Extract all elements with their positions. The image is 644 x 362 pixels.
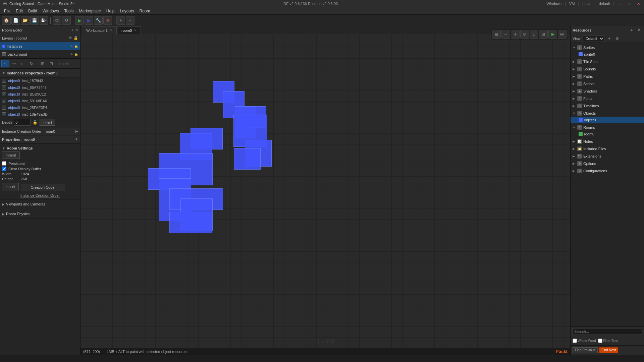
menu-help[interactable]: Help [104, 8, 117, 14]
table-row[interactable]: object0 inst_65A73448 [0, 84, 80, 91]
whole-word-checkbox[interactable] [573, 339, 577, 343]
tree-extensions-header[interactable]: ▶ 🔌 Extensions [571, 153, 644, 160]
tab-workspace[interactable]: Workspace 1 ✕ [82, 26, 117, 34]
new-btn[interactable]: 📄 [11, 16, 20, 25]
clean-btn[interactable]: 🔧 [94, 16, 103, 25]
search-input[interactable] [573, 328, 642, 335]
tab-room0-close[interactable]: ✕ [134, 28, 137, 32]
resources-add-icon[interactable]: + [629, 27, 635, 33]
inst-checkbox-4[interactable] [2, 106, 6, 110]
step-canvas-btn[interactable]: ⏭ [558, 30, 567, 39]
table-row[interactable]: object0 inst_BBB9C12 [0, 91, 80, 98]
view-select[interactable]: Default [583, 35, 604, 42]
inst-checkbox-2[interactable] [2, 92, 6, 96]
menu-tools[interactable]: Tools [61, 8, 76, 14]
filter-tree-option[interactable]: Filter Tree [598, 339, 618, 343]
inst-checkbox-0[interactable] [2, 79, 6, 83]
fit-canvas-btn[interactable]: ⊡ [530, 30, 538, 39]
tab-workspace-close[interactable]: ✕ [110, 28, 112, 32]
tree-included-files-header[interactable]: ▶ 📁 Included Files [571, 145, 644, 152]
tree-shaders-header[interactable]: ▶ ◈ Shaders [571, 88, 644, 95]
zoom-reset-canvas-btn[interactable]: ⊙ [520, 30, 529, 39]
room-settings-row[interactable]: ▼ Room Settings [2, 146, 78, 150]
find-previous-btn[interactable]: Find Previous [573, 347, 598, 353]
add-layer-icon[interactable]: + [72, 28, 74, 32]
tree-paths-header[interactable]: ▶ P Paths [571, 73, 644, 80]
stop-btn[interactable]: ■ [103, 16, 112, 25]
tree-objects-header[interactable]: ▼ O Objects [571, 110, 644, 117]
tree-scripts-header[interactable]: ▶ {} Scripts [571, 80, 644, 87]
zoom-out-canvas-btn[interactable]: − [501, 30, 510, 39]
erase-tool[interactable]: ◻ [19, 60, 27, 67]
settings-btn[interactable]: ⚙ [53, 16, 61, 25]
ico-section[interactable]: Instance Creation Order - room0 ▶ [0, 127, 80, 135]
play-btn[interactable]: ▶ [75, 16, 84, 25]
tree-timelines-header[interactable]: ▶ ⏱ Timelines [571, 103, 644, 109]
table-row[interactable]: object0 inst_1878f43 [0, 77, 80, 84]
tree-tilesets-header[interactable]: ▶ T Tile Sets [571, 58, 644, 65]
layers-lock-icon[interactable]: 🔒 [73, 36, 78, 40]
menu-marketplace[interactable]: Marketplace [76, 8, 103, 14]
menu-edit[interactable]: Edit [13, 8, 25, 14]
tree-notes-header[interactable]: ▶ 📝 Notes [571, 138, 644, 145]
debug-btn[interactable]: ▶ [85, 16, 93, 25]
tree-sprites-header[interactable]: ▼ S Sprites [571, 44, 644, 51]
tree-rooms-header[interactable]: ▼ R Rooms [571, 124, 644, 131]
menu-room[interactable]: Room [137, 8, 153, 14]
tree-configurations-header[interactable]: ▶ ⚙ Configurations [571, 168, 644, 174]
save-all-btn[interactable]: 💾+ [40, 16, 48, 25]
depth-input[interactable] [14, 119, 31, 126]
depth-lock-icon[interactable]: 🔒 [33, 120, 38, 125]
room-settings-inherit-btn[interactable]: Inherit [2, 152, 20, 159]
table-row[interactable]: object0 inst_59168EA6 [0, 98, 80, 104]
tree-options-header[interactable]: ▶ ⚙ Options [571, 160, 644, 167]
props-expand-icon[interactable]: ▼ [75, 137, 78, 141]
play-canvas-btn[interactable]: ▶ [548, 30, 557, 39]
tree-child-sprite0[interactable]: sprite0 [571, 51, 644, 58]
grid-tool[interactable]: ⊡ [47, 60, 55, 67]
tree-child-room0[interactable]: room0 [571, 131, 644, 137]
menu-windows[interactable]: Windows [40, 8, 62, 14]
table-row[interactable]: object0 inst_18E49E3D [0, 111, 80, 118]
inst-checkbox-3[interactable] [2, 99, 6, 103]
reload-btn[interactable]: ↺ [62, 16, 71, 25]
view-settings-btn[interactable]: ⚙ [614, 36, 621, 42]
filter-tree-checkbox[interactable] [598, 339, 602, 343]
menu-layouts[interactable]: Layouts [117, 8, 137, 14]
depth-inherit-btn[interactable]: Inherit [40, 119, 55, 126]
grid-canvas[interactable] [80, 34, 570, 348]
close-btn[interactable]: ✕ [636, 2, 641, 6]
zoom-in-canvas-btn[interactable]: + [511, 30, 520, 39]
menu-build[interactable]: Build [25, 8, 40, 14]
zoom-in-btn[interactable]: + [116, 16, 125, 25]
select-tool[interactable]: ↖ [1, 60, 9, 67]
save-btn[interactable]: 💾 [30, 16, 39, 25]
open-btn[interactable]: 📂 [21, 16, 30, 25]
maximize-btn[interactable]: □ [627, 2, 632, 6]
minimize-btn[interactable]: — [618, 2, 624, 6]
inst-checkbox-5[interactable] [2, 112, 6, 116]
paint-tool[interactable]: ✏ [10, 60, 18, 67]
creation-code-btn[interactable]: Creation Code [21, 184, 64, 191]
layers-eye-icon[interactable]: 👁 [68, 36, 72, 40]
tab-room0[interactable]: room0 ✕ [117, 26, 141, 34]
view-add-btn[interactable]: + [606, 36, 612, 42]
inst-checkbox-1[interactable] [2, 85, 6, 89]
home-btn[interactable]: 🏠 [2, 16, 11, 25]
grid-toggle-btn[interactable]: ▦ [492, 30, 501, 39]
instances-header[interactable]: ▼ Instances Properties - room0 [0, 69, 80, 77]
snap-canvas-btn[interactable]: ⊞ [539, 30, 548, 39]
rotate-tool[interactable]: ↻ [28, 60, 36, 67]
tab-add-btn[interactable]: + [141, 26, 149, 34]
layer-background[interactable]: Background 👁 🔒 [0, 50, 80, 58]
zoom-out-btn[interactable]: − [126, 16, 135, 25]
layer-instances[interactable]: Instances 👁 🔒 [0, 42, 80, 50]
tree-sounds-header[interactable]: ▶ ♪ Sounds [571, 66, 644, 72]
snap-tool[interactable]: ⊞ [39, 60, 47, 67]
menu-file[interactable]: File [1, 8, 13, 14]
whole-word-option[interactable]: Whole Word [573, 339, 596, 343]
find-next-btn[interactable]: Find Next [599, 347, 618, 353]
close-room-editor-icon[interactable]: ✕ [75, 28, 78, 32]
viewports-row[interactable]: ▶ Viewports and Cameras [2, 202, 78, 206]
persistent-checkbox[interactable] [2, 161, 6, 166]
